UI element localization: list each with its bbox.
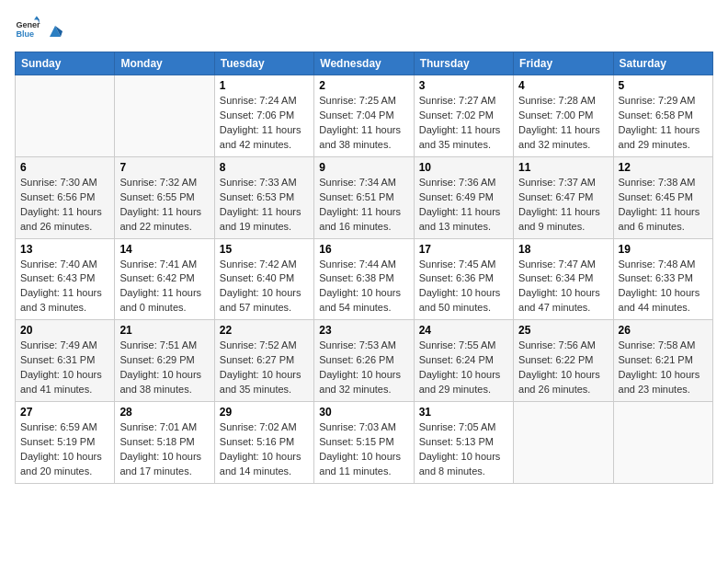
day-info: Sunrise: 7:01 AM Sunset: 5:18 PM Dayligh… bbox=[119, 420, 209, 479]
svg-text:General: General bbox=[16, 20, 40, 29]
day-number: 6 bbox=[20, 161, 109, 174]
calendar-cell: 27Sunrise: 6:59 AM Sunset: 5:19 PM Dayli… bbox=[16, 402, 115, 484]
calendar-cell: 10Sunrise: 7:36 AM Sunset: 6:49 PM Dayli… bbox=[414, 156, 513, 238]
day-info: Sunrise: 7:55 AM Sunset: 6:24 PM Dayligh… bbox=[419, 339, 508, 397]
day-number: 12 bbox=[619, 161, 708, 174]
day-number: 31 bbox=[419, 406, 508, 419]
day-info: Sunrise: 6:59 AM Sunset: 5:19 PM Dayligh… bbox=[20, 420, 109, 479]
calendar-week-row: 1Sunrise: 7:24 AM Sunset: 7:06 PM Daylig… bbox=[16, 75, 713, 157]
day-info: Sunrise: 7:28 AM Sunset: 7:00 PM Dayligh… bbox=[518, 94, 608, 153]
calendar-cell: 24Sunrise: 7:55 AM Sunset: 6:24 PM Dayli… bbox=[414, 320, 513, 402]
calendar-header-row: SundayMondayTuesdayWednesdayThursdayFrid… bbox=[16, 52, 713, 75]
calendar-cell: 30Sunrise: 7:03 AM Sunset: 5:15 PM Dayli… bbox=[314, 402, 414, 484]
day-info: Sunrise: 7:48 AM Sunset: 6:33 PM Dayligh… bbox=[619, 258, 708, 316]
calendar-cell: 16Sunrise: 7:44 AM Sunset: 6:38 PM Dayli… bbox=[314, 238, 414, 320]
day-header-friday: Friday bbox=[514, 52, 613, 75]
day-info: Sunrise: 7:47 AM Sunset: 6:34 PM Dayligh… bbox=[518, 258, 608, 316]
day-info: Sunrise: 7:32 AM Sunset: 6:55 PM Dayligh… bbox=[119, 176, 209, 235]
day-header-wednesday: Wednesday bbox=[314, 52, 414, 75]
calendar-cell: 26Sunrise: 7:58 AM Sunset: 6:21 PM Dayli… bbox=[613, 320, 712, 402]
day-info: Sunrise: 7:05 AM Sunset: 5:13 PM Dayligh… bbox=[419, 420, 508, 479]
calendar-cell: 17Sunrise: 7:45 AM Sunset: 6:36 PM Dayli… bbox=[414, 238, 513, 320]
calendar-cell: 28Sunrise: 7:01 AM Sunset: 5:18 PM Dayli… bbox=[115, 402, 214, 484]
day-number: 24 bbox=[419, 324, 508, 337]
day-number: 26 bbox=[619, 324, 708, 337]
calendar-cell: 5Sunrise: 7:29 AM Sunset: 6:58 PM Daylig… bbox=[613, 75, 712, 157]
logo-icon: General Blue bbox=[15, 15, 40, 40]
day-info: Sunrise: 7:41 AM Sunset: 6:42 PM Dayligh… bbox=[119, 258, 209, 316]
day-info: Sunrise: 7:02 AM Sunset: 5:16 PM Dayligh… bbox=[220, 420, 309, 479]
day-number: 5 bbox=[619, 79, 708, 92]
calendar-cell: 22Sunrise: 7:52 AM Sunset: 6:27 PM Dayli… bbox=[214, 320, 313, 402]
day-number: 14 bbox=[119, 243, 209, 256]
day-number: 30 bbox=[319, 406, 408, 419]
page-header: General Blue bbox=[15, 15, 713, 40]
calendar-cell: 14Sunrise: 7:41 AM Sunset: 6:42 PM Dayli… bbox=[115, 238, 214, 320]
calendar-cell: 7Sunrise: 7:32 AM Sunset: 6:55 PM Daylig… bbox=[115, 156, 214, 238]
day-number: 7 bbox=[119, 161, 209, 174]
day-info: Sunrise: 7:58 AM Sunset: 6:21 PM Dayligh… bbox=[619, 339, 708, 397]
calendar-week-row: 13Sunrise: 7:40 AM Sunset: 6:43 PM Dayli… bbox=[16, 238, 713, 320]
day-number: 8 bbox=[220, 161, 309, 174]
calendar-cell: 11Sunrise: 7:37 AM Sunset: 6:47 PM Dayli… bbox=[514, 156, 613, 238]
calendar-cell: 20Sunrise: 7:49 AM Sunset: 6:31 PM Dayli… bbox=[16, 320, 115, 402]
day-header-tuesday: Tuesday bbox=[214, 52, 313, 75]
day-header-saturday: Saturday bbox=[613, 52, 712, 75]
day-info: Sunrise: 7:56 AM Sunset: 6:22 PM Dayligh… bbox=[518, 339, 608, 397]
day-number: 4 bbox=[518, 79, 608, 92]
day-info: Sunrise: 7:40 AM Sunset: 6:43 PM Dayligh… bbox=[20, 258, 109, 316]
day-number: 23 bbox=[319, 324, 408, 337]
day-number: 2 bbox=[319, 79, 408, 92]
calendar-cell: 12Sunrise: 7:38 AM Sunset: 6:45 PM Dayli… bbox=[613, 156, 712, 238]
day-number: 19 bbox=[619, 243, 708, 256]
day-info: Sunrise: 7:51 AM Sunset: 6:29 PM Dayligh… bbox=[119, 339, 209, 397]
calendar-week-row: 20Sunrise: 7:49 AM Sunset: 6:31 PM Dayli… bbox=[16, 320, 713, 402]
day-number: 10 bbox=[419, 161, 508, 174]
logo-triangle-icon bbox=[45, 20, 65, 40]
calendar-cell: 21Sunrise: 7:51 AM Sunset: 6:29 PM Dayli… bbox=[115, 320, 214, 402]
day-info: Sunrise: 7:33 AM Sunset: 6:53 PM Dayligh… bbox=[220, 176, 309, 235]
calendar-cell bbox=[514, 402, 613, 484]
calendar-cell: 9Sunrise: 7:34 AM Sunset: 6:51 PM Daylig… bbox=[314, 156, 414, 238]
calendar-cell bbox=[115, 75, 214, 157]
day-number: 25 bbox=[518, 324, 608, 337]
calendar-cell bbox=[16, 75, 115, 157]
day-info: Sunrise: 7:45 AM Sunset: 6:36 PM Dayligh… bbox=[419, 258, 508, 316]
calendar-cell: 6Sunrise: 7:30 AM Sunset: 6:56 PM Daylig… bbox=[16, 156, 115, 238]
day-number: 17 bbox=[419, 243, 508, 256]
calendar-cell: 2Sunrise: 7:25 AM Sunset: 7:04 PM Daylig… bbox=[314, 75, 414, 157]
logo: General Blue bbox=[15, 15, 66, 40]
day-number: 1 bbox=[220, 79, 309, 92]
day-number: 11 bbox=[518, 161, 608, 174]
calendar-cell: 19Sunrise: 7:48 AM Sunset: 6:33 PM Dayli… bbox=[613, 238, 712, 320]
day-number: 3 bbox=[419, 79, 508, 92]
day-number: 22 bbox=[220, 324, 309, 337]
calendar-cell: 4Sunrise: 7:28 AM Sunset: 7:00 PM Daylig… bbox=[514, 75, 613, 157]
calendar-cell: 29Sunrise: 7:02 AM Sunset: 5:16 PM Dayli… bbox=[214, 402, 313, 484]
calendar-cell bbox=[613, 402, 712, 484]
logo-text-block bbox=[44, 20, 66, 35]
day-header-sunday: Sunday bbox=[16, 52, 115, 75]
day-info: Sunrise: 7:24 AM Sunset: 7:06 PM Dayligh… bbox=[220, 94, 309, 153]
day-header-thursday: Thursday bbox=[414, 52, 513, 75]
day-info: Sunrise: 7:27 AM Sunset: 7:02 PM Dayligh… bbox=[419, 94, 508, 153]
day-number: 20 bbox=[20, 324, 109, 337]
svg-text:Blue: Blue bbox=[16, 29, 34, 39]
day-info: Sunrise: 7:34 AM Sunset: 6:51 PM Dayligh… bbox=[319, 176, 408, 235]
day-number: 13 bbox=[20, 243, 109, 256]
day-info: Sunrise: 7:53 AM Sunset: 6:26 PM Dayligh… bbox=[319, 339, 408, 397]
day-number: 18 bbox=[518, 243, 608, 256]
day-info: Sunrise: 7:42 AM Sunset: 6:40 PM Dayligh… bbox=[220, 258, 309, 316]
day-number: 28 bbox=[119, 406, 209, 419]
calendar-cell: 18Sunrise: 7:47 AM Sunset: 6:34 PM Dayli… bbox=[514, 238, 613, 320]
day-info: Sunrise: 7:52 AM Sunset: 6:27 PM Dayligh… bbox=[220, 339, 309, 397]
day-number: 29 bbox=[220, 406, 309, 419]
day-number: 15 bbox=[220, 243, 309, 256]
calendar-cell: 31Sunrise: 7:05 AM Sunset: 5:13 PM Dayli… bbox=[414, 402, 513, 484]
calendar-cell: 1Sunrise: 7:24 AM Sunset: 7:06 PM Daylig… bbox=[214, 75, 313, 157]
day-info: Sunrise: 7:25 AM Sunset: 7:04 PM Dayligh… bbox=[319, 94, 408, 153]
day-number: 21 bbox=[119, 324, 209, 337]
day-info: Sunrise: 7:49 AM Sunset: 6:31 PM Dayligh… bbox=[20, 339, 109, 397]
calendar-week-row: 6Sunrise: 7:30 AM Sunset: 6:56 PM Daylig… bbox=[16, 156, 713, 238]
calendar-cell: 8Sunrise: 7:33 AM Sunset: 6:53 PM Daylig… bbox=[214, 156, 313, 238]
